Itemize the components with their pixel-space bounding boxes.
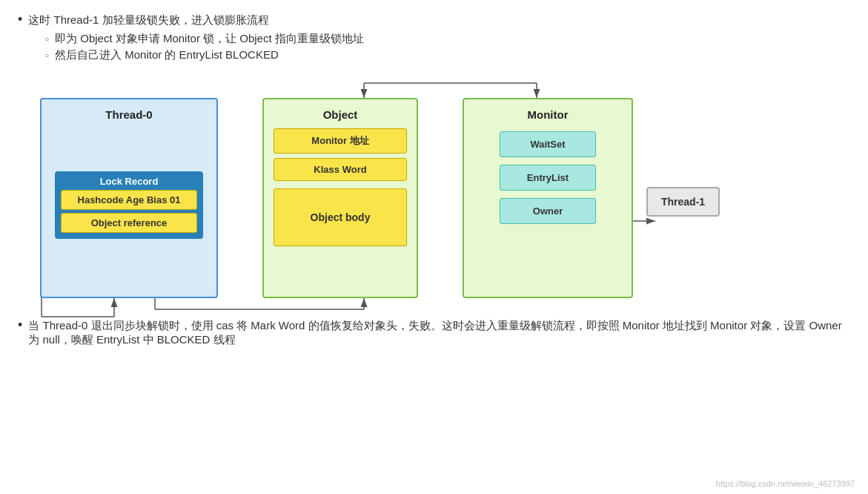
bullet-main-text-2: 当 Thread-0 退出同步块解锁时，使用 cas 将 Mark Word 的… — [28, 319, 850, 347]
bullet-main-2: • 当 Thread-0 退出同步块解锁时，使用 cas 将 Mark Word… — [18, 319, 850, 347]
object-box: Object Monitor 地址 Klass Word Object body — [262, 98, 418, 298]
bullet-sub-text-1: 即为 Object 对象申请 Monitor 锁，让 Object 指向重量级锁… — [55, 32, 364, 46]
bullet-sub-text-2: 然后自己进入 Monitor 的 EntryList BLOCKED — [55, 48, 279, 62]
bullet-dot-sub-1: ○ — [44, 35, 49, 43]
lock-record-item-2: Object reference — [61, 213, 197, 233]
entry-list: EntryList — [500, 165, 596, 191]
lock-record-title: Lock Record — [61, 176, 197, 187]
bullet-sub-1: ○ 即为 Object 对象申请 Monitor 锁，让 Object 指向重量… — [44, 32, 850, 46]
klass-word: Klass Word — [274, 158, 407, 181]
monitor-title: Monitor — [528, 108, 569, 121]
owner: Owner — [500, 198, 596, 224]
bullet-dot-main-1: • — [18, 12, 22, 27]
lock-record-item-1: Hashcode Age Bias 01 — [61, 190, 197, 210]
bullet-section-1: • 这时 Thread-1 加轻量级锁失败，进入锁膨胀流程 ○ 即为 Objec… — [18, 13, 850, 62]
thread0-box: Thread-0 Lock Record Hashcode Age Bias 0… — [40, 98, 218, 298]
thread1-box: Thread-1 — [646, 187, 720, 217]
bullet-main-text-1: 这时 Thread-1 加轻量级锁失败，进入锁膨胀流程 — [28, 13, 268, 27]
watermark: https://blog.csdn.net/weixin_46273997 — [716, 479, 855, 488]
monitor-addr: Monitor 地址 — [274, 128, 407, 154]
diagram-area: Thread-0 Lock Record Hashcode Age Bias 0… — [18, 76, 850, 306]
bullet-section-2: • 当 Thread-0 退出同步块解锁时，使用 cas 将 Mark Word… — [18, 319, 850, 347]
bullet-dot-main-2: • — [18, 317, 22, 333]
object-body: Object body — [274, 188, 407, 246]
lock-record-box: Lock Record Hashcode Age Bias 01 Object … — [55, 171, 203, 239]
thread1-label: Thread-1 — [661, 196, 705, 208]
monitor-box: Monitor WaitSet EntryList Owner — [463, 98, 633, 298]
bullet-main-1: • 这时 Thread-1 加轻量级锁失败，进入锁膨胀流程 — [18, 13, 850, 27]
thread0-title: Thread-0 — [105, 108, 152, 121]
object-title: Object — [323, 108, 358, 121]
bullet-sub-2: ○ 然后自己进入 Monitor 的 EntryList BLOCKED — [44, 48, 850, 62]
bullet-dot-sub-2: ○ — [44, 51, 49, 59]
wait-set: WaitSet — [500, 131, 596, 157]
